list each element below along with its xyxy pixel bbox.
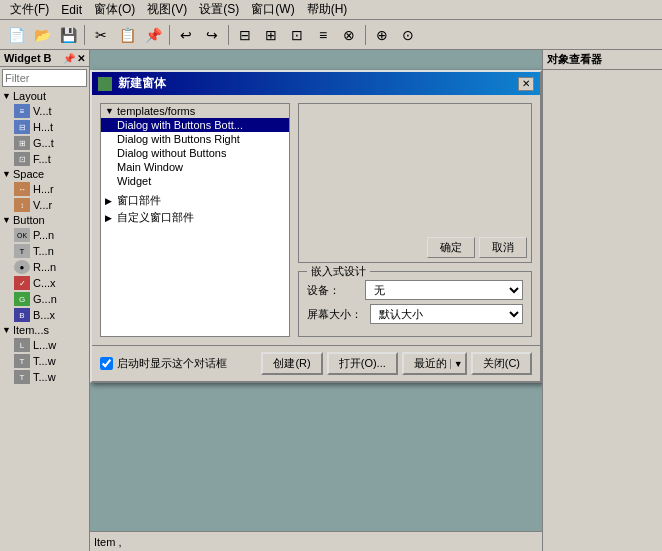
widget-item-vr[interactable]: ↕ V...r bbox=[0, 197, 89, 213]
menu-form[interactable]: 窗体(O) bbox=[88, 0, 141, 20]
widget-item-hr[interactable]: ↔ H...r bbox=[0, 181, 89, 197]
widget-filter-input[interactable] bbox=[2, 69, 87, 87]
widget-item-tw2[interactable]: T T...w bbox=[0, 369, 89, 385]
separator-2 bbox=[169, 25, 170, 45]
modal-footer: 启动时显示这个对话框 创建(R) 打开(O)... 最近的 ▼ 关闭(C) bbox=[92, 345, 540, 381]
widget-item-pn[interactable]: OK P...n bbox=[0, 227, 89, 243]
widget-item-tn[interactable]: T T...n bbox=[0, 243, 89, 259]
category-layout-label: Layout bbox=[13, 90, 46, 102]
tw2-icon: T bbox=[14, 370, 30, 384]
widget-item-gt[interactable]: ⊞ G...t bbox=[0, 135, 89, 151]
menu-settings[interactable]: 设置(S) bbox=[193, 0, 245, 20]
widget-box-header: Widget B 📌 ✕ bbox=[0, 50, 89, 67]
tree-item-dialog-none[interactable]: Dialog without Buttons bbox=[101, 146, 289, 160]
pn-icon: OK bbox=[14, 228, 30, 242]
modal-title: 新建窗体 bbox=[118, 75, 166, 92]
widget-box-pin[interactable]: 📌 bbox=[63, 53, 75, 64]
widget-item-ft[interactable]: ⊡ F...t bbox=[0, 151, 89, 167]
ft-icon: ⊡ bbox=[14, 152, 30, 166]
menu-view[interactable]: 视图(V) bbox=[141, 0, 193, 20]
open-button[interactable]: 📂 bbox=[30, 24, 54, 46]
device-row: 设备： 无 bbox=[307, 280, 523, 300]
layout1-button[interactable]: ⊟ bbox=[233, 24, 257, 46]
dialog-right-label: Dialog with Buttons Right bbox=[117, 133, 240, 145]
tree-item-dialog-right[interactable]: Dialog with Buttons Right bbox=[101, 132, 289, 146]
tw1-icon: T bbox=[14, 354, 30, 368]
widget-box-close-btn[interactable]: ✕ bbox=[77, 53, 85, 64]
break-button[interactable]: ⊗ bbox=[337, 24, 361, 46]
startup-checkbox[interactable] bbox=[100, 357, 113, 370]
layout2-button[interactable]: ⊞ bbox=[259, 24, 283, 46]
menu-help[interactable]: 帮助(H) bbox=[301, 0, 354, 20]
copy-button[interactable]: 📋 bbox=[115, 24, 139, 46]
rn-label: R...n bbox=[33, 261, 56, 273]
modal-dialog: 新建窗体 ✕ ▼ templates/forms Dialog with But… bbox=[90, 70, 542, 383]
tab-button[interactable]: ⊙ bbox=[396, 24, 420, 46]
widget-item-gn[interactable]: G G...n bbox=[0, 291, 89, 307]
tree-item-widget[interactable]: Widget bbox=[101, 174, 289, 188]
new-button[interactable]: 📄 bbox=[4, 24, 28, 46]
widget-item-tw1[interactable]: T T...w bbox=[0, 353, 89, 369]
device-select-wrapper: 无 bbox=[365, 280, 523, 300]
category-layout[interactable]: ▼ Layout bbox=[0, 89, 89, 103]
widget-item-lw[interactable]: L L...w bbox=[0, 337, 89, 353]
widget-item-rn[interactable]: ● R...n bbox=[0, 259, 89, 275]
modal-titlebar: 新建窗体 ✕ bbox=[92, 72, 540, 95]
screen-select[interactable]: 默认大小 bbox=[370, 304, 523, 324]
custom-expand-icon: ▶ bbox=[105, 213, 115, 223]
paste-button[interactable]: 📌 bbox=[141, 24, 165, 46]
widget-item-cx[interactable]: ✓ C...x bbox=[0, 275, 89, 291]
layout3-button[interactable]: ⊡ bbox=[285, 24, 309, 46]
toolbar: 📄 📂 💾 ✂ 📋 📌 ↩ ↪ ⊟ ⊞ ⊡ ≡ ⊗ ⊕ ⊙ bbox=[0, 20, 662, 50]
widget-item-bx[interactable]: B B...x bbox=[0, 307, 89, 323]
layout4-button[interactable]: ≡ bbox=[311, 24, 335, 46]
widget-item-ht[interactable]: ⊟ H...t bbox=[0, 119, 89, 135]
redo-button[interactable]: ↪ bbox=[200, 24, 224, 46]
main-window-label: Main Window bbox=[117, 161, 183, 173]
device-select[interactable]: 无 bbox=[365, 280, 523, 300]
custom-group-label: 自定义窗口部件 bbox=[117, 210, 194, 225]
preview-content: 确定 取消 bbox=[299, 104, 531, 262]
close-button[interactable]: 关闭(C) bbox=[471, 352, 532, 375]
vr-label: V...r bbox=[33, 199, 52, 211]
ht-label: H...t bbox=[33, 121, 53, 133]
rn-icon: ● bbox=[14, 260, 30, 274]
cx-label: C...x bbox=[33, 277, 56, 289]
preview-ok-button[interactable]: 确定 bbox=[427, 237, 475, 258]
items-arrow: ▼ bbox=[2, 325, 11, 335]
undo-button[interactable]: ↩ bbox=[174, 24, 198, 46]
tree-group-widgets[interactable]: ▶ 窗口部件 bbox=[101, 192, 289, 209]
widget-item-vt[interactable]: ≡ V...t bbox=[0, 103, 89, 119]
preview-cancel-button[interactable]: 取消 bbox=[479, 237, 527, 258]
recent-button[interactable]: 最近的 ▼ bbox=[402, 352, 467, 375]
recent-label: 最近的 bbox=[414, 356, 447, 371]
menu-edit[interactable]: Edit bbox=[55, 1, 88, 19]
cut-button[interactable]: ✂ bbox=[89, 24, 113, 46]
create-button[interactable]: 创建(R) bbox=[261, 352, 322, 375]
screen-row: 屏幕大小： 默认大小 bbox=[307, 304, 523, 324]
category-spacer[interactable]: ▼ Space bbox=[0, 167, 89, 181]
recent-arrow-icon[interactable]: ▼ bbox=[450, 359, 463, 369]
bx-label: B...x bbox=[33, 309, 55, 321]
tree-item-main-window[interactable]: Main Window bbox=[101, 160, 289, 174]
open-button[interactable]: 打开(O)... bbox=[327, 352, 398, 375]
category-items[interactable]: ▼ Item...s bbox=[0, 323, 89, 337]
save-button[interactable]: 💾 bbox=[56, 24, 80, 46]
tree-item-dialog-bott[interactable]: Dialog with Buttons Bott... bbox=[101, 118, 289, 132]
widget-filter-area bbox=[0, 67, 89, 89]
menu-window[interactable]: 窗口(W) bbox=[245, 0, 300, 20]
tn-icon: T bbox=[14, 244, 30, 258]
tree-group-custom[interactable]: ▶ 自定义窗口部件 bbox=[101, 209, 289, 226]
tw1-label: T...w bbox=[33, 355, 56, 367]
ht-icon: ⊟ bbox=[14, 120, 30, 134]
right-panel: 对象查看器 bbox=[542, 50, 662, 551]
category-spacer-label: Space bbox=[13, 168, 44, 180]
category-button[interactable]: ▼ Button bbox=[0, 213, 89, 227]
separator-3 bbox=[228, 25, 229, 45]
adjust-button[interactable]: ⊕ bbox=[370, 24, 394, 46]
modal-close-button[interactable]: ✕ bbox=[518, 77, 534, 91]
widget-label: Widget bbox=[117, 175, 151, 187]
menu-file[interactable]: 文件(F) bbox=[4, 0, 55, 20]
tree-root[interactable]: ▼ templates/forms bbox=[101, 104, 289, 118]
separator-1 bbox=[84, 25, 85, 45]
